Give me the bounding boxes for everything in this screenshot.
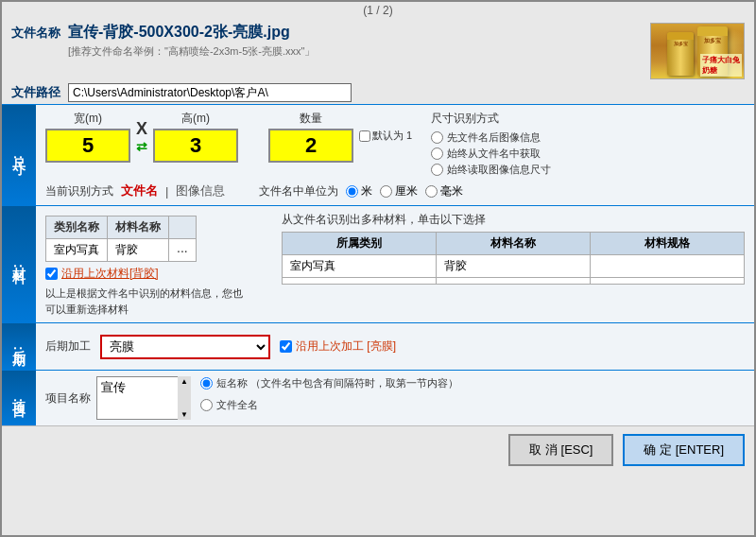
width-value[interactable]: 5 — [45, 129, 130, 163]
right-r1-c2: 背胶 — [437, 255, 591, 278]
material-inner: 类别名称 材料名称 室内写真 背胶 ··· — [45, 212, 745, 317]
project-content: 项目名称 宣传 ▲ ▼ 短名称 （文件名中包含有间隔符时，取第一节内容） 文 — [36, 371, 754, 425]
material-right-header: 从文件名识别出多种材料，单击以下选择 — [282, 212, 745, 228]
option1-label[interactable]: 先文件名后图像信息 — [431, 130, 551, 145]
filepath-input[interactable] — [68, 83, 352, 102]
material-left: 类别名称 材料名称 室内写真 背胶 ··· — [45, 212, 263, 317]
size-bottom-row: 当前识别方式 文件名 | 图像信息 文件名中单位为 米 厘米 毫米 — [45, 182, 745, 199]
project-section: 项目: 项目名称 宣传 ▲ ▼ 短名称 （文件名中包含有间隔符时，取第一节内容） — [2, 370, 754, 425]
width-group: 宽(m) 5 — [45, 111, 130, 163]
height-label: 高(m) — [181, 111, 210, 127]
material-checkbox-row: 沿用上次材料[背胶] — [45, 266, 263, 282]
project-input-wrapper: 宣传 ▲ ▼ — [96, 376, 191, 420]
material-dots[interactable]: ··· — [169, 239, 197, 262]
project-left: 项目名称 宣传 ▲ ▼ — [45, 376, 191, 420]
project-option2-radio[interactable] — [200, 399, 213, 411]
width-label: 宽(m) — [74, 111, 102, 127]
image-inner: 加多宝 加多宝 子痛大白兔奶糖 — [651, 24, 744, 78]
filename-content: 宣传-背胶-500X300-2张-亮膜.jpg [推荐文件命名举例："高精喷绘-… — [68, 23, 643, 59]
project-label-section: 项目: — [2, 371, 36, 425]
project-scrollbar: ▲ ▼ — [178, 376, 191, 420]
option3-radio[interactable] — [431, 164, 443, 176]
product-image: 加多宝 加多宝 子痛大白兔奶糖 — [650, 23, 745, 79]
unit-cm-radio[interactable] — [380, 185, 392, 198]
unit-cm-label[interactable]: 厘米 — [380, 183, 418, 199]
unit-label-text: 文件名中单位为 — [259, 183, 338, 199]
filepath-label: 文件路径 — [11, 84, 60, 101]
material-row[interactable]: 室内写真 背胶 ··· — [46, 239, 197, 262]
right-col3: 材料规格 — [591, 233, 745, 255]
unit-meter-radio[interactable] — [346, 185, 358, 198]
filename-hint: [推荐文件命名举例："高精喷绘-2x3m-5张-亮膜.xxx"」 — [68, 44, 643, 59]
size-inputs-row: 宽(m) 5 X ⇄ 高(m) 3 数量 2 — [45, 111, 745, 179]
material-label: 材料: — [2, 206, 36, 322]
project-option2-label[interactable]: 文件全名 — [200, 398, 458, 412]
right-r2-c2 — [437, 278, 591, 285]
option1-radio[interactable] — [431, 131, 443, 144]
material-right-row2 — [283, 278, 745, 285]
post-section: 后期: 后期加工 亮膜 哑膜 无 沿用上次加工 [亮膜] — [2, 322, 754, 370]
method-filename[interactable]: 文件名 — [121, 182, 158, 199]
cancel-button[interactable]: 取 消 [ESC] — [508, 434, 613, 466]
can-left: 加多宝 — [667, 32, 694, 76]
method-separator: | — [165, 184, 168, 199]
material-category: 室内写真 — [46, 239, 108, 262]
dots-col-header — [169, 217, 197, 239]
size-label: 尺寸: — [2, 105, 36, 205]
material-checkbox[interactable] — [45, 268, 58, 280]
quantity-label: 数量 — [300, 111, 322, 127]
material-right-row1[interactable]: 室内写真 背胶 — [283, 255, 745, 278]
default-checkbox[interactable] — [359, 130, 370, 142]
name-col-header: 材料名称 — [108, 217, 169, 239]
project-option1-label[interactable]: 短名称 （文件名中包含有间隔符时，取第一节内容） — [200, 376, 458, 390]
filepath-row: 文件路径 — [2, 81, 754, 104]
unit-meter-label[interactable]: 米 — [346, 183, 372, 199]
quantity-group: 数量 2 — [268, 111, 353, 163]
confirm-button[interactable]: 确 定 [ENTER] — [623, 434, 745, 466]
quantity-value[interactable]: 2 — [268, 129, 353, 163]
default-checkbox-label[interactable]: 默认为 1 — [359, 129, 412, 143]
post-used-label: 沿用上次加工 [亮膜] — [296, 338, 396, 355]
filename-row: 文件名称 宣传-背胶-500X300-2张-亮膜.jpg [推荐文件命名举例："… — [2, 19, 754, 81]
recognition-title: 尺寸识别方式 — [431, 111, 551, 127]
filename-label: 文件名称 — [11, 23, 60, 42]
option2-label[interactable]: 始终从文件名中获取 — [431, 147, 551, 161]
material-section: 材料: 类别名称 材料名称 — [2, 205, 754, 322]
cat-col-header: 类别名称 — [46, 217, 108, 239]
scroll-down-icon[interactable]: ▼ — [180, 410, 188, 419]
project-right: 短名称 （文件名中包含有间隔符时，取第一节内容） 文件全名 — [200, 376, 458, 414]
right-r1-c1: 室内写真 — [283, 255, 437, 278]
right-col1: 所属类别 — [283, 233, 437, 255]
post-checkbox[interactable] — [280, 340, 292, 353]
material-name: 背胶 — [108, 239, 169, 262]
post-label-section: 后期: — [2, 323, 36, 370]
recognition-method: 尺寸识别方式 先文件名后图像信息 始终从文件名中获取 始终读取图像信息尺寸 — [431, 111, 551, 179]
right-r2-c3 — [591, 278, 745, 285]
size-content: 宽(m) 5 X ⇄ 高(m) 3 数量 2 — [36, 105, 754, 205]
method-image[interactable]: 图像信息 — [176, 182, 225, 199]
right-col2: 材料名称 — [437, 233, 591, 255]
unit-mm-radio[interactable] — [425, 185, 438, 198]
size-dimensions: 宽(m) 5 X ⇄ 高(m) 3 数量 2 — [45, 111, 412, 163]
pagination-text: (1 / 2) — [363, 4, 392, 17]
option2-radio[interactable] — [431, 147, 443, 160]
post-checkbox-row: 沿用上次加工 [亮膜] — [280, 338, 396, 355]
material-right: 从文件名识别出多种材料，单击以下选择 所属类别 材料名称 材料规格 室内写真 — [282, 212, 745, 317]
size-section: 尺寸: 宽(m) 5 X ⇄ 高(m) 3 — [2, 104, 754, 205]
post-select[interactable]: 亮膜 哑膜 无 — [100, 335, 270, 359]
post-content: 后期加工 亮膜 哑膜 无 沿用上次加工 [亮膜] — [36, 323, 754, 370]
project-input[interactable]: 宣传 — [96, 376, 191, 420]
current-method-text: 当前识别方式 — [45, 183, 113, 199]
option3-label[interactable]: 始终读取图像信息尺寸 — [431, 163, 551, 177]
material-right-table: 所属类别 材料名称 材料规格 室内写真 背胶 — [282, 232, 745, 285]
project-option1-radio[interactable] — [200, 377, 213, 390]
main-window: (1 / 2) 文件名称 宣传-背胶-500X300-2张-亮膜.jpg [推荐… — [0, 0, 756, 537]
unit-mm-label[interactable]: 毫米 — [425, 183, 463, 199]
x-separator: X ⇄ — [136, 119, 147, 154]
arrow-icon: ⇄ — [136, 139, 147, 154]
height-value[interactable]: 3 — [153, 129, 238, 163]
pagination: (1 / 2) — [2, 2, 754, 19]
button-row: 取 消 [ESC] 确 定 [ENTER] — [2, 425, 754, 474]
scroll-up-icon[interactable]: ▲ — [180, 377, 188, 386]
material-content: 类别名称 材料名称 室内写真 背胶 ··· — [36, 206, 754, 322]
